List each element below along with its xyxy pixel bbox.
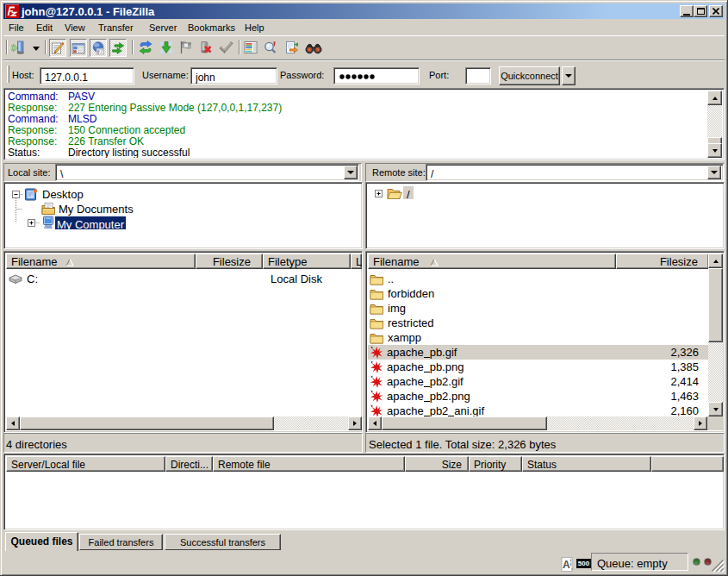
- svg-text:A: A: [563, 559, 570, 571]
